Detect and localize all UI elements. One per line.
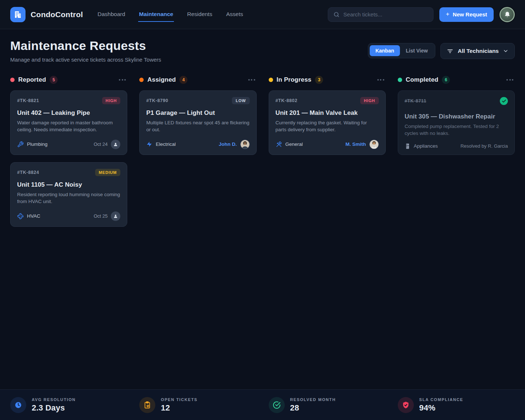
stat-open-tickets: OPEN TICKETS 12 (139, 397, 256, 413)
status-dot (10, 78, 15, 82)
column-menu-icon[interactable] (376, 78, 386, 82)
stat-label: AVG RESOLUTION (32, 397, 76, 402)
column-count-badge: 3 (315, 76, 323, 84)
top-navigation-bar: CondoControl Dashboard Maintenance Resid… (0, 0, 525, 29)
nav-item-dashboard[interactable]: Dashboard (97, 8, 126, 22)
assignee-name: M. Smith (346, 141, 366, 147)
topbar-actions: + New Request (328, 7, 515, 22)
clock-icon (10, 397, 26, 413)
search-box[interactable] (328, 7, 433, 22)
column-header: Reported 5 (10, 76, 127, 84)
view-toggle: Kanban List View (368, 43, 436, 58)
ticket-card[interactable]: #TK-8802 HIGH Unit 201 — Main Valve Leak… (269, 90, 386, 155)
ticket-id: #TK-8824 (17, 170, 39, 175)
priority-badge: HIGH (360, 97, 379, 104)
list-view-button[interactable]: List View (400, 45, 433, 56)
ticket-category: HVAC (27, 213, 40, 219)
column-menu-icon[interactable] (247, 78, 257, 82)
stat-value: 28 (290, 403, 336, 413)
column-title: In Progress (277, 76, 312, 83)
column-title: Assigned (147, 76, 176, 83)
view-controls: Kanban List View All Technicians (368, 43, 515, 59)
ticket-description: Multiple LED fixtures near spot 45 are f… (146, 120, 249, 133)
column-header: Assigned 4 (139, 76, 256, 84)
search-input[interactable] (343, 11, 428, 18)
assignee-avatar[interactable] (240, 140, 250, 149)
technician-filter-dropdown[interactable]: All Technicians (440, 43, 515, 59)
assignee-avatar[interactable] (369, 140, 379, 149)
plus-icon: + (446, 11, 450, 18)
ticket-date: Oct 25 (94, 213, 108, 219)
ticket-card[interactable]: #TK-8824 MEDIUM Unit 1105 — AC Noisy Res… (10, 162, 127, 227)
nav-item-maintenance[interactable]: Maintenance (138, 8, 174, 22)
resolved-by-text: Resolved by R. Garcia (460, 143, 508, 149)
ticket-date: Oct 24 (94, 141, 108, 147)
ticket-title: Unit 402 — Leaking Pipe (17, 109, 120, 117)
completed-check-icon (500, 97, 508, 105)
column-menu-icon[interactable] (117, 78, 127, 82)
priority-badge: LOW (232, 97, 249, 104)
new-request-label: New Request (453, 11, 487, 18)
main-content: Maintenance Requests Manage and track ac… (0, 29, 525, 227)
column-menu-icon[interactable] (505, 78, 515, 82)
ticket-id: #TK-8821 (17, 98, 39, 103)
page-header: Maintenance Requests Manage and track ac… (10, 39, 515, 63)
ticket-category: Electrical (156, 141, 176, 147)
new-request-button[interactable]: + New Request (439, 7, 494, 22)
ticket-title: Unit 1105 — AC Noisy (17, 181, 120, 188)
fan-icon (17, 213, 24, 219)
ticket-description: Resident reporting loud humming noise co… (17, 191, 120, 205)
nav-item-assets[interactable]: Assets (225, 8, 244, 22)
bell-icon (504, 11, 511, 18)
unassigned-avatar[interactable] (111, 140, 120, 149)
stat-label: SLA COMPLIANCE (419, 397, 463, 402)
clipboard-clock-icon (139, 397, 155, 413)
column-completed: Completed 6 #TK-8711 Unit 305 — Dishwash… (398, 76, 515, 227)
ticket-title: P1 Garage — Light Out (146, 109, 249, 117)
primary-nav: Dashboard Maintenance Residents Assets (97, 0, 244, 29)
stat-avg-resolution: AVG RESOLUTION 2.3 Days (10, 397, 127, 413)
user-avatar[interactable] (499, 7, 515, 22)
priority-badge: MEDIUM (95, 169, 120, 176)
hammer-wrench-icon (276, 141, 282, 148)
stat-label: RESOLVED MONTH (290, 397, 336, 402)
ticket-description: Water damage reported in master bathroom… (17, 120, 120, 133)
stat-label: OPEN TICKETS (161, 397, 198, 402)
check-circle-icon (269, 397, 285, 413)
search-icon (333, 11, 340, 18)
column-assigned: Assigned 4 #TK-8790 LOW P1 Garage — Ligh… (139, 76, 256, 227)
filter-icon (447, 48, 454, 55)
ticket-description: Completed pump replacement. Tested for 2… (405, 123, 508, 137)
refrigerator-icon (405, 143, 411, 149)
ticket-card[interactable]: #TK-8821 HIGH Unit 402 — Leaking Pipe Wa… (10, 90, 127, 155)
ticket-card[interactable]: #TK-8790 LOW P1 Garage — Light Out Multi… (139, 90, 256, 155)
ticket-card-completed[interactable]: #TK-8711 Unit 305 — Dishwasher Repair Co… (398, 90, 515, 155)
column-count-badge: 5 (50, 76, 58, 84)
ticket-id: #TK-8790 (146, 98, 168, 103)
shield-check-icon (398, 397, 414, 413)
column-header: Completed 6 (398, 76, 515, 84)
column-header: In Progress 3 (269, 76, 386, 84)
column-title: Reported (18, 76, 46, 83)
ticket-category: General (285, 141, 303, 147)
status-dot (269, 78, 273, 82)
column-count-badge: 4 (179, 76, 187, 84)
column-reported: Reported 5 #TK-8821 HIGH Unit 402 — Leak… (10, 76, 127, 227)
nav-item-residents[interactable]: Residents (186, 8, 213, 22)
column-title: Completed (406, 76, 439, 83)
kanban-view-button[interactable]: Kanban (370, 45, 400, 56)
ticket-category: Appliances (414, 143, 438, 149)
ticket-id: #TK-8802 (276, 98, 298, 103)
unassigned-avatar[interactable] (111, 211, 120, 221)
wrench-icon (17, 141, 24, 148)
zap-icon (146, 141, 152, 147)
stat-resolved-month: RESOLVED MONTH 28 (269, 397, 386, 413)
chevron-down-icon (503, 48, 509, 54)
ticket-description: Currently replacing the gasket. Waiting … (276, 120, 379, 133)
stat-value: 94% (419, 403, 463, 413)
assignee-name: John D. (219, 141, 237, 147)
column-count-badge: 6 (442, 76, 450, 84)
ticket-title: Unit 305 — Dishwasher Repair (405, 113, 508, 120)
stat-value: 12 (161, 403, 198, 413)
stats-bar: AVG RESOLUTION 2.3 Days OPEN TICKETS 12 (0, 389, 525, 420)
